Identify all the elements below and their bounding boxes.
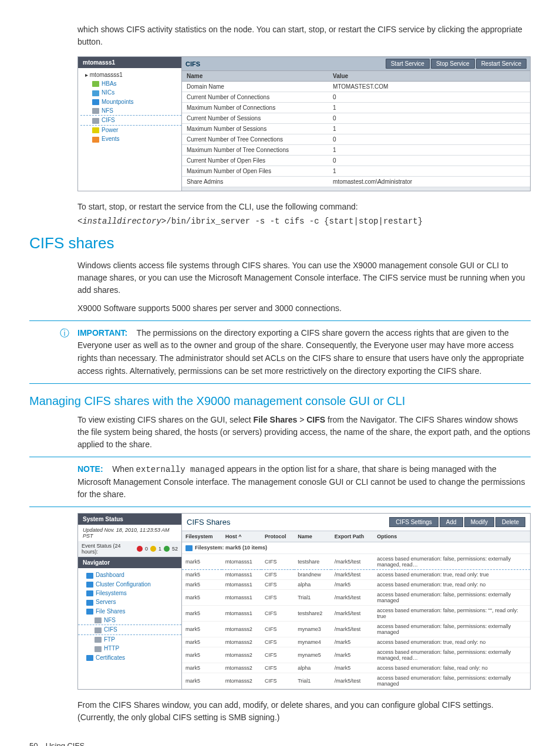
cell-value: 1 (328, 103, 530, 113)
important-text: IMPORTANT: The permissions on the direct… (77, 327, 531, 378)
start-service-button[interactable]: Start Service (386, 59, 430, 69)
table-row[interactable]: Current Number of Tree Connections0 (182, 134, 530, 145)
heading-managing: Managing CIFS shares with the X9000 mana… (29, 394, 531, 408)
table-row[interactable]: mark5 mtomasss1 CIFS testshare2 /mark5/t… (182, 605, 530, 621)
tree-body: ▸ mtomassss1 HBAs NICs Mountpoints NFS C… (78, 68, 181, 191)
cifs-main-panel: CIFS Start Service Stop Service Restart … (182, 57, 530, 191)
footer-section: Using CIFS (46, 741, 85, 746)
th-export-path[interactable]: Export Path (331, 531, 373, 542)
cell-name: Share Admins (182, 177, 328, 187)
warning-icon (150, 546, 156, 552)
val: 52 (172, 546, 178, 552)
cell-host: mtomasss1 (222, 605, 261, 621)
cell-name: Maximum Number of Connections (182, 103, 328, 113)
cell-value: 1 (328, 145, 530, 156)
cell-path: /mark5 (331, 663, 373, 673)
tree-item-mountpoints[interactable]: Mountpoints (80, 97, 181, 106)
cell-path: /mark5 (331, 579, 373, 589)
tree-item-nfs[interactable]: NFS (80, 106, 181, 115)
table-row[interactable]: Maximum Number of Connections1 (182, 103, 530, 113)
modify-button[interactable]: Modify (464, 517, 494, 527)
tree-root[interactable]: ▸ mtomassss1 (80, 70, 181, 79)
nav-item[interactable]: HTTP (78, 644, 181, 653)
th-name[interactable]: Name (294, 531, 331, 542)
navigator-header: Navigator (78, 557, 181, 568)
cell-proto: CIFS (261, 621, 294, 637)
table-row[interactable]: Current Number of Sessions0 (182, 113, 530, 124)
table-row[interactable]: mark5 mtomasss1 CIFS brandnew /mark5/tes… (182, 569, 530, 579)
stop-service-button[interactable]: Stop Service (431, 59, 475, 69)
table-row[interactable]: Maximum Number of Open Files1 (182, 166, 530, 177)
page-footer: 50 Using CIFS (29, 741, 531, 746)
table-row[interactable]: Current Number of Connections0 (182, 92, 530, 103)
nav-item[interactable]: Cluster Configuration (78, 580, 181, 589)
cifs-settings-button[interactable]: CIFS Settings (389, 517, 438, 527)
cell-host: mtomasss1 (222, 553, 261, 569)
cell-opts: access based enumeration: false, permiss… (373, 621, 530, 637)
cell-proto: CIFS (261, 553, 294, 569)
stats-table: Name Value Domain NameMTOMASTEST.COMCurr… (182, 71, 530, 187)
th-filesystem[interactable]: Filesystem (182, 531, 222, 542)
cell-path: /mark5/test (331, 569, 373, 579)
table-row[interactable]: Maximum Number of Sessions1 (182, 124, 530, 134)
tree-root-label: mtomassss1 (90, 72, 123, 78)
tree-item-power[interactable]: Power (80, 126, 181, 134)
table-row[interactable]: mark5 mtomasss2 CIFS myname3 /mark5/test… (182, 621, 530, 637)
rule (29, 320, 531, 321)
th-host[interactable]: Host ^ (222, 531, 261, 542)
table-row[interactable]: Domain NameMTOMASTEST.COM (182, 82, 530, 92)
table-row[interactable]: mark5 mtomasss1 CIFS testshare /mark5/te… (182, 553, 530, 569)
tree-item-cifs[interactable]: CIFS (80, 115, 181, 125)
th-options[interactable]: Options (373, 531, 530, 542)
text: > (297, 415, 306, 424)
nav-item[interactable]: Dashboard (78, 571, 181, 579)
table-row[interactable]: mark5 mtomasss2 CIFS myname5 /mark5 acce… (182, 647, 530, 663)
event-status-label: Event Status (24 hours): (82, 543, 137, 555)
add-button[interactable]: Add (440, 517, 463, 527)
table-row[interactable]: mark5 mtomasss2 CIFS Trial1 /mark5/test … (182, 673, 530, 688)
group-row[interactable]: Filesystem: mark5 (10 items) (182, 542, 530, 554)
tree-item-events[interactable]: Events (80, 134, 181, 143)
cell-path: /mark5 (331, 637, 373, 647)
tree-item-nics[interactable]: NICs (80, 88, 181, 97)
nav-item[interactable]: Servers (78, 598, 181, 606)
th-protocol[interactable]: Protocol (261, 531, 294, 542)
table-row[interactable]: mark5 mtomasss1 CIFS Trial1 /mark5/test … (182, 589, 530, 605)
panel-title: CIFS (185, 60, 200, 67)
nav-icon (86, 582, 93, 588)
tree-label: Events (102, 136, 120, 142)
cell-value: 1 (328, 166, 530, 177)
nav-item[interactable]: NFS (78, 616, 181, 625)
nav-item[interactable]: File Shares (78, 607, 181, 616)
cifs-icon (92, 118, 99, 124)
table-row[interactable]: Maximum Number of Tree Connections1 (182, 145, 530, 156)
cell-fs: mark5 (182, 673, 222, 688)
tree-label: HBAs (102, 80, 117, 87)
restart-service-button[interactable]: Restart Service (476, 59, 527, 69)
nav-icon (95, 646, 102, 652)
tree-item-hbas[interactable]: HBAs (80, 79, 181, 88)
cell-proto: CIFS (261, 579, 294, 589)
cell-path: /mark5/test (331, 553, 373, 569)
nav-item[interactable]: Filesystems (78, 589, 181, 598)
delete-button[interactable]: Delete (495, 517, 525, 527)
table-row[interactable]: Current Number of Open Files0 (182, 156, 530, 166)
table-row[interactable]: Share Adminsmtomastest.com\Administrator (182, 177, 530, 187)
nav-item[interactable]: Certificates (78, 653, 181, 662)
shares-header-row: CIFS Shares CIFS Settings Add Modify Del… (182, 514, 530, 531)
cell-value: 0 (328, 156, 530, 166)
cell-fs: mark5 (182, 637, 222, 647)
table-row[interactable]: mark5 mtomasss2 CIFS alpha /mark5 access… (182, 663, 530, 673)
cell-name: Trial1 (294, 589, 331, 605)
paragraph-3: To view existing CIFS shares on the GUI,… (77, 414, 531, 451)
nav-item[interactable]: CIFS (78, 625, 181, 634)
cell-path: /mark5/test (331, 621, 373, 637)
cell-opts: access based enumeration: false, permiss… (373, 605, 530, 621)
nav-icon (95, 637, 102, 643)
tree-panel: mtomasss1 ▸ mtomassss1 HBAs NICs Mountpo… (78, 57, 182, 191)
nav-item[interactable]: FTP (78, 635, 181, 644)
table-row[interactable]: mark5 mtomasss1 CIFS alpha /mark5 access… (182, 579, 530, 589)
nav-icon (86, 573, 93, 579)
cell-name: Trial1 (294, 673, 331, 688)
table-row[interactable]: mark5 mtomasss2 CIFS myname4 /mark5 acce… (182, 637, 530, 647)
